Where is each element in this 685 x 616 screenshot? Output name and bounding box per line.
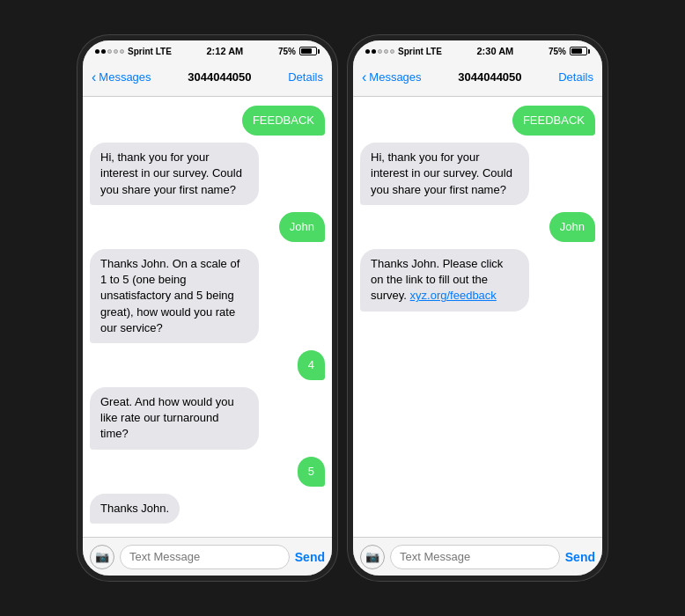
camera-icon-2[interactable]: 📷 xyxy=(360,545,385,569)
send-button-2[interactable]: Send xyxy=(565,550,595,564)
bubble-1-3: John xyxy=(279,212,325,242)
back-chevron-2: ‹ xyxy=(362,70,366,84)
carrier-2: Sprint LTE xyxy=(398,47,442,56)
dot-2 xyxy=(101,49,106,54)
battery-label-2: 75% xyxy=(549,47,566,56)
status-left-1: Sprint LTE xyxy=(95,47,172,56)
bubble-1-2: Hi, thank you for your interest in our s… xyxy=(90,143,259,205)
nav-contact-1: 3044044050 xyxy=(188,70,251,84)
back-label-1: Messages xyxy=(99,70,151,84)
dot2-5 xyxy=(390,49,394,54)
battery-icon-1 xyxy=(299,47,320,55)
bubble-2-1: FEEDBACK xyxy=(512,106,595,136)
message-row-1-7: 5 xyxy=(90,457,325,487)
phone-1: Sprint LTE 2:12 AM 75% ‹ Messages 304404… xyxy=(77,35,337,581)
time-1: 2:12 AM xyxy=(207,46,244,56)
message-row-2-1: FEEDBACK xyxy=(360,106,595,136)
dot2-2 xyxy=(372,49,376,54)
camera-icon-1[interactable]: 📷 xyxy=(90,545,114,569)
send-button-1[interactable]: Send xyxy=(295,550,325,564)
dot-5 xyxy=(120,49,124,54)
status-right-1: 75% xyxy=(278,47,320,56)
battery-label-1: 75% xyxy=(278,47,296,56)
message-row-1-2: Hi, thank you for your interest in our s… xyxy=(90,143,325,205)
nav-bar-1: ‹ Messages 3044044050 Details xyxy=(83,60,332,97)
dot2-1 xyxy=(365,49,370,54)
bubble-1-8: Thanks John. xyxy=(90,494,180,524)
message-row-1-6: Great. And how would you like rate our t… xyxy=(90,387,325,450)
text-input-2[interactable] xyxy=(390,545,560,569)
bubble-1-6: Great. And how would you like rate our t… xyxy=(90,387,259,450)
message-row-1-3: John xyxy=(90,212,325,242)
back-label-2: Messages xyxy=(369,70,421,84)
message-row-1-4: Thanks John. On a scale of 1 to 5 (one b… xyxy=(90,249,325,343)
message-row-1-1: FEEDBACK xyxy=(90,106,325,136)
dot-4 xyxy=(114,49,118,54)
bubble-1-1: FEEDBACK xyxy=(242,106,325,136)
signal-dots-1 xyxy=(95,49,124,54)
status-right-2: 75% xyxy=(549,47,590,56)
status-left-2: Sprint LTE xyxy=(365,47,442,56)
back-button-2[interactable]: ‹ Messages xyxy=(362,70,422,84)
bubble-1-5: 4 xyxy=(298,350,325,380)
message-row-1-5: 4 xyxy=(90,350,325,380)
input-bar-2: 📷 Send xyxy=(353,537,602,576)
status-bar-2: Sprint LTE 2:30 AM 75% xyxy=(353,40,602,60)
messages-area-1: FEEDBACK Hi, thank you for your interest… xyxy=(83,97,332,537)
battery-icon-2 xyxy=(570,47,590,55)
nav-contact-2: 3044044050 xyxy=(458,70,521,84)
status-bar-1: Sprint LTE 2:12 AM 75% xyxy=(83,40,332,60)
dot-3 xyxy=(107,49,112,54)
back-button-1[interactable]: ‹ Messages xyxy=(92,70,151,84)
dot2-4 xyxy=(384,49,388,54)
phone-2: Sprint LTE 2:30 AM 75% ‹ Messages 304404… xyxy=(348,35,608,581)
bubble-1-4: Thanks John. On a scale of 1 to 5 (one b… xyxy=(90,249,259,343)
text-input-1[interactable] xyxy=(120,545,290,569)
signal-dots-2 xyxy=(365,49,394,54)
bubble-2-4: Thanks John. Please click on the link to… xyxy=(360,249,529,312)
bubble-2-2: Hi, thank you for your interest in our s… xyxy=(360,143,529,205)
phones-container: Sprint LTE 2:12 AM 75% ‹ Messages 304404… xyxy=(60,18,625,598)
message-row-2-2: Hi, thank you for your interest in our s… xyxy=(360,143,595,205)
message-row-2-4: Thanks John. Please click on the link to… xyxy=(360,249,595,312)
details-button-2[interactable]: Details xyxy=(558,70,593,84)
message-row-2-3: John xyxy=(360,212,595,242)
messages-area-2: FEEDBACK Hi, thank you for your interest… xyxy=(353,97,602,537)
dot-1 xyxy=(95,49,99,54)
message-row-1-8: Thanks John. xyxy=(90,494,325,524)
details-button-1[interactable]: Details xyxy=(288,70,323,84)
bubble-2-3: John xyxy=(549,212,595,242)
nav-bar-2: ‹ Messages 3044044050 Details xyxy=(353,60,602,97)
bubble-1-7: 5 xyxy=(298,457,325,487)
input-bar-1: 📷 Send xyxy=(83,537,332,576)
time-2: 2:30 AM xyxy=(477,46,514,56)
back-chevron-1: ‹ xyxy=(92,70,96,84)
carrier-1: Sprint LTE xyxy=(128,47,172,56)
dot2-3 xyxy=(378,49,382,54)
survey-link[interactable]: xyz.org/feedback xyxy=(410,289,497,302)
